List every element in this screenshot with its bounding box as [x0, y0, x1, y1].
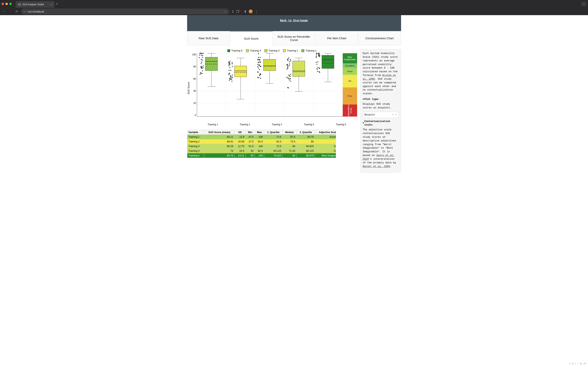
- table-cell: Excellent: [315, 135, 336, 139]
- table-cell: 88.125: [296, 149, 315, 153]
- legend-item: Training 1: [302, 49, 317, 52]
- rating-bands: Best Imagineable Excellent Good OK Poor …: [343, 53, 357, 117]
- profile-avatar[interactable]: [249, 9, 253, 13]
- table-cell: 63.125: [264, 149, 282, 153]
- y-axis-ticks: 100 80 60 40 20 0: [191, 53, 197, 117]
- bookmark-star-icon[interactable]: ☆: [224, 10, 227, 13]
- band-poor: Poor: [343, 87, 357, 105]
- table-cell: 62.5: [264, 139, 282, 144]
- table-cell: 47.5: [246, 135, 255, 139]
- browser-tab[interactable]: SUS SUS Analysis Toolkit ×: [16, 1, 55, 8]
- boxplot-cell: [255, 53, 284, 116]
- context-scale-description: The adjective scale contextualizes SUS s…: [363, 128, 398, 168]
- table-cell: 12.75: [235, 144, 246, 149]
- table-cell: 72.5: [264, 144, 282, 149]
- tab-raw-sus-data[interactable]: Raw SUS Data: [187, 31, 230, 45]
- boxplot-cell: [284, 53, 314, 116]
- forward-button[interactable]: →: [8, 10, 12, 13]
- chart-legend: Training 5 Training 4 Training 3 Trainin…: [187, 49, 357, 52]
- boxplot-cell: [197, 53, 226, 116]
- page-header: Back to Startpage: [187, 15, 401, 31]
- back-to-startpage-link[interactable]: Back to Startpage: [280, 19, 308, 22]
- table-cell: 55: [246, 153, 255, 158]
- minimize-window-button[interactable]: [5, 3, 8, 5]
- boxplot-chart: SUS Score 100 80 60 40 20 0: [187, 53, 357, 123]
- table-header-cell: Max: [255, 130, 264, 135]
- plot-type-description: Displays SUS study scores as boxplots.: [363, 102, 398, 110]
- tab-sus-score[interactable]: SUS Score: [230, 31, 273, 45]
- stats-table: VariableSUS Score (mean)SDMinMax1. Quart…: [187, 130, 336, 158]
- bangor-2009-link[interactable]: Bangor et al. 2009: [363, 165, 390, 168]
- caret-down-icon: ▼: [363, 98, 364, 101]
- reload-button[interactable]: ⟳: [15, 10, 19, 13]
- page-tabs: Raw SUS Data SUS Score SUS Score on Perc…: [187, 31, 401, 45]
- table-cell: 93.75: [296, 135, 315, 139]
- back-button[interactable]: ←: [2, 10, 6, 13]
- site-info-icon[interactable]: ⊶: [23, 10, 26, 13]
- tab-title: SUS Analysis Toolkit: [23, 3, 44, 6]
- table-cell: 80: [283, 144, 297, 149]
- table-cell: Training 4: [187, 149, 204, 153]
- table-cell: 72.5: [264, 135, 282, 139]
- table-header-cell: Min: [246, 130, 255, 135]
- table-cell: 72.5: [283, 139, 297, 144]
- plot-type-toggle[interactable]: ▼ Plot type:: [363, 98, 398, 101]
- tabs-dropdown-button[interactable]: ⌄: [581, 2, 587, 6]
- address-bar[interactable]: ⊶ sus.mixality.de ☆: [21, 8, 229, 14]
- plot-type-select[interactable]: Boxplot × ▾: [363, 112, 398, 118]
- table-cell: 15.6: [235, 149, 246, 153]
- clear-select-icon[interactable]: ×: [392, 113, 394, 117]
- dropdown-caret-icon[interactable]: ▾: [395, 113, 397, 117]
- tab-favicon: SUS: [18, 3, 21, 6]
- legend-item: Training 5: [227, 49, 242, 52]
- table-cell: 73: [204, 149, 234, 153]
- band-good: Good: [343, 68, 357, 75]
- maximize-window-button[interactable]: [9, 3, 12, 5]
- tab-percentile-curve[interactable]: SUS Score on Percentile-Curve: [273, 31, 316, 45]
- legend-swatch: [283, 49, 286, 52]
- table-cell: 13.51: [235, 153, 246, 158]
- sidebar-box: Each System Usability Scale (SUS) study …: [360, 49, 401, 173]
- band-best-imagineable: Best Imagineable: [343, 53, 357, 63]
- table-cell: 92.5: [255, 139, 264, 144]
- sidebar-panel: Each System Usability Scale (SUS) study …: [360, 49, 401, 173]
- new-tab-button[interactable]: +: [56, 2, 58, 6]
- main-content: Training 5 Training 4 Training 3 Trainin…: [187, 45, 401, 173]
- table-cell: Training 1: [187, 135, 204, 139]
- table-cell: 69.81: [204, 139, 234, 144]
- table-header-cell: 3. Quartile: [296, 130, 315, 135]
- table-cell: Best Imaginable: [315, 153, 336, 158]
- chart-column: Training 5 Training 4 Training 3 Trainin…: [187, 49, 357, 173]
- table-cell: 80: [296, 139, 315, 144]
- table-cell: 12.9: [235, 135, 246, 139]
- tab-per-item-chart[interactable]: Per Item Chart: [316, 31, 358, 45]
- tab-close-icon[interactable]: ×: [51, 3, 52, 6]
- table-cell: 92.5: [255, 149, 264, 153]
- table-cell: 87.5: [283, 135, 297, 139]
- table-cell: 71.25: [283, 149, 297, 153]
- legend-item: Training 4: [246, 49, 261, 52]
- install-app-icon[interactable]: ⇩: [231, 10, 234, 13]
- page-content: Back to Startpage Raw SUS Data SUS Score…: [0, 15, 588, 366]
- table-cell: 100: [255, 135, 264, 139]
- kebab-menu-icon[interactable]: ⋮: [255, 10, 258, 13]
- tab-bar: SUS SUS Analysis Toolkit × + ⌄: [0, 0, 588, 8]
- legend-swatch: [264, 49, 267, 52]
- table-cell: 80.29: [204, 144, 234, 149]
- stats-table-container[interactable]: VariableSUS Score (mean)SDMinMax1. Quart…: [187, 130, 336, 158]
- table-cell: Training 5: [187, 153, 204, 158]
- table-cell: 90.625: [296, 144, 315, 149]
- close-window-button[interactable]: [1, 3, 4, 5]
- table-row: Training 584.7913.515510075.6259096.875B…: [187, 153, 336, 158]
- tab-conclusiveness-chart[interactable]: Conclusiveness Chart: [358, 31, 401, 45]
- band-excellent: Excellent: [343, 63, 357, 68]
- table-cell: 84.79: [204, 153, 234, 158]
- sidebar-intro: Each System Usability Scale (SUS) study …: [363, 52, 398, 96]
- table-row: Training 183.1112.947.510072.587.593.75E…: [187, 135, 336, 139]
- table-cell: Good: [315, 144, 336, 149]
- extensions-icon[interactable]: ❐: [236, 10, 239, 13]
- downloads-icon[interactable]: ⬇: [244, 10, 246, 13]
- context-scale-toggle[interactable]: ▼ Contextualization scale:: [363, 120, 398, 127]
- address-bar-row: ← → ⟳ ⊶ sus.mixality.de ☆ ⇩ ❐ ⬇ ⋮: [0, 8, 588, 15]
- window-controls: [1, 3, 12, 5]
